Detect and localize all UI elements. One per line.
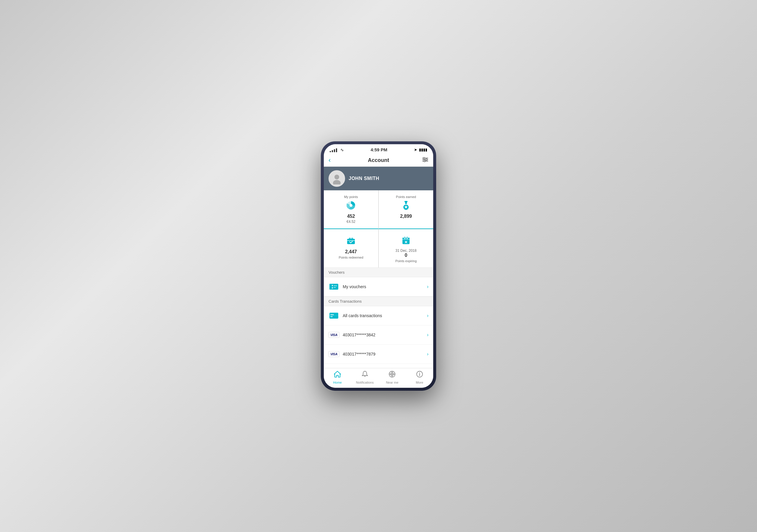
my-points-cell: My points 452 €4.52 [324,190,378,229]
signal-bar-4 [336,148,337,152]
near-me-label: Near me [386,381,398,384]
card-number-1: 403017******7879 [343,352,423,356]
medal-icon [383,201,429,212]
status-bar: ∿ 4:59 PM ➤ ▮▮▮▮ [324,144,433,154]
my-points-eur: €4.52 [328,220,374,224]
svg-rect-15 [349,238,351,241]
svg-point-6 [334,175,339,179]
expiring-value: 0 [383,253,429,258]
my-points-value: 452 [328,214,374,219]
phone-screen: ∿ 4:59 PM ➤ ▮▮▮▮ ‹ Account [324,144,433,388]
signal-bar-1 [330,151,331,152]
points-earned-value: 2,899 [383,214,429,219]
svg-point-3 [423,157,425,159]
card-arrow-0: › [427,332,429,338]
bottom-navigation: Home Notifications [324,368,433,388]
points-redeemed-value: 2,447 [328,249,374,254]
signal-bar-2 [332,150,333,152]
points-expiring-cell: 31 Dec, 2018 0 Points expiring [378,229,433,267]
all-cards-label: All cards transactions [343,313,423,318]
nav-near-me[interactable]: Near me [383,370,401,384]
svg-point-7 [333,180,341,185]
notifications-label: Notifications [356,381,374,384]
calendar-icon [383,236,429,247]
my-vouchers-item[interactable]: My vouchers › [324,277,433,296]
visa-icon-1: VISA [328,349,339,359]
svg-point-39 [419,372,420,373]
wifi-icon: ∿ [340,147,344,152]
svg-rect-22 [407,236,408,239]
nav-home[interactable]: Home [328,370,346,384]
avatar [328,170,345,187]
status-right-icons: ➤ ▮▮▮▮ [414,147,427,152]
svg-rect-19 [403,238,409,240]
location-nav-icon [388,370,396,379]
points-earned-cell: Points earned 2,899 [378,190,433,229]
home-icon [334,370,341,379]
pie-chart-icon [328,201,374,212]
svg-point-9 [349,204,352,207]
home-label: Home [333,381,342,384]
more-label: More [416,381,423,384]
cards-section-header: Cards Transactions [324,296,433,306]
card-arrow-1: › [427,351,429,357]
svg-rect-30 [334,287,336,288]
battery-icon: ▮▮▮▮ [419,147,427,152]
bell-icon [361,370,369,379]
card-item-2[interactable]: 542022******1578 › [324,364,433,368]
points-redeemed-label: Points redeemed [328,256,374,259]
svg-point-5 [424,160,426,162]
back-button[interactable]: ‹ [328,156,338,164]
redeem-icon [328,236,374,248]
phone-frame: ∿ 4:59 PM ➤ ▮▮▮▮ ‹ Account [321,141,436,391]
svg-rect-11 [405,201,408,202]
nav-more[interactable]: More [411,370,429,384]
profile-name: JOHN SMITH [348,176,379,181]
svg-point-27 [332,285,333,286]
card-item-1[interactable]: VISA 403017******7879 › [324,345,433,364]
expiry-date: 31 Dec, 2018 [383,249,429,253]
svg-rect-34 [330,314,334,315]
my-vouchers-label: My vouchers [343,284,423,289]
all-cards-item[interactable]: All cards transactions › [324,306,433,325]
all-cards-icon [328,310,339,321]
points-expiring-label: Points expiring [383,259,429,263]
points-earned-label: Points earned [383,195,429,199]
info-icon [416,370,423,379]
card-item-0[interactable]: VISA 403017******3842 › [324,325,433,345]
all-cards-arrow-icon: › [427,313,429,318]
content-area: JOHN SMITH My points [324,167,433,368]
svg-point-36 [391,373,393,375]
svg-point-28 [332,287,333,288]
vouchers-arrow-icon: › [427,284,429,289]
points-redeemed-cell: 2,447 Points redeemed [324,229,378,267]
svg-rect-16 [351,238,353,241]
page-title: Account [368,157,389,163]
svg-rect-21 [404,236,406,239]
my-points-label: My points [328,195,374,199]
signal-bar-3 [334,149,335,152]
location-icon: ➤ [414,147,417,152]
voucher-icon [328,281,339,292]
profile-section: JOHN SMITH My points [324,167,433,267]
svg-rect-14 [347,239,355,244]
navigation-bar: ‹ Account [324,154,433,167]
card-number-0: 403017******3842 [343,333,423,337]
svg-rect-26 [329,284,332,290]
svg-rect-29 [334,285,337,286]
svg-point-4 [426,159,427,160]
signal-indicators: ∿ [330,147,344,152]
vouchers-section-header: Vouchers [324,267,433,277]
profile-header: JOHN SMITH [324,167,433,190]
filter-button[interactable] [419,157,429,164]
status-time: 4:59 PM [344,147,414,152]
svg-rect-33 [330,316,333,317]
visa-icon-0: VISA [328,330,339,340]
nav-notifications[interactable]: Notifications [356,370,374,384]
points-grid: My points 452 €4.52 [324,190,433,267]
